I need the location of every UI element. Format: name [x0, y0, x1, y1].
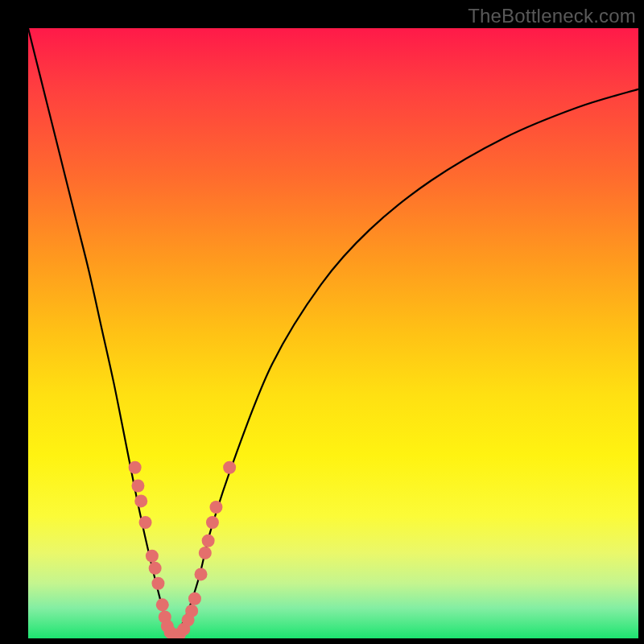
- data-point: [199, 547, 212, 559]
- data-point: [185, 605, 198, 617]
- data-point: [149, 562, 162, 575]
- plot-area: [28, 28, 638, 638]
- data-point: [209, 501, 222, 514]
- data-point: [139, 516, 152, 529]
- data-point: [129, 461, 142, 474]
- data-point: [188, 592, 201, 605]
- watermark-text: TheBottleneck.com: [468, 5, 636, 27]
- data-point: [146, 550, 159, 563]
- data-point: [151, 577, 164, 590]
- chart-frame: TheBottleneck.com: [0, 0, 644, 644]
- data-point: [156, 598, 169, 611]
- data-point: [195, 568, 208, 580]
- data-point: [202, 535, 215, 547]
- scatter-points: [28, 28, 638, 638]
- data-point: [223, 461, 236, 474]
- data-point: [206, 516, 219, 529]
- data-point: [131, 480, 144, 493]
- data-point: [134, 494, 147, 507]
